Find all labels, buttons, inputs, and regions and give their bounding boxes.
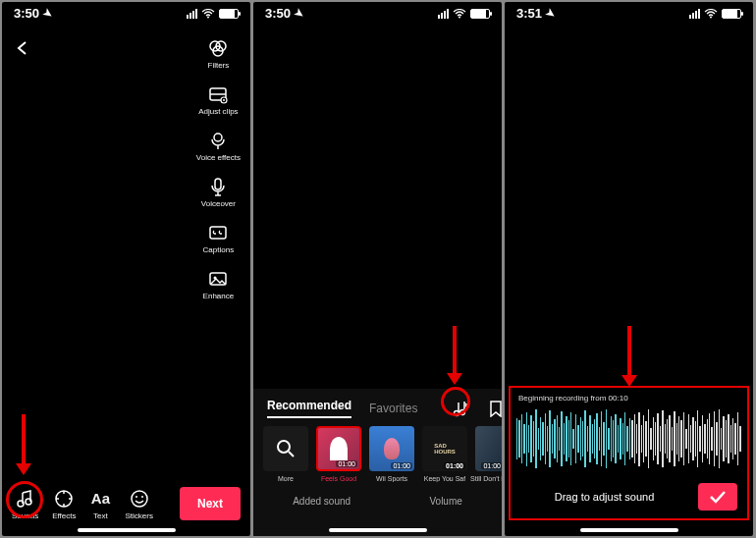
home-indicator [78,528,176,532]
location-icon: ➤ [292,6,306,22]
screen-sound-picker: 3:50➤ Recommended Favorites More 01:00 F… [253,2,502,536]
more-sounds-button[interactable]: More [263,426,308,482]
track-item[interactable]: SADHOURS01:00 Keep You Saf [422,426,467,482]
location-icon: ➤ [40,6,55,22]
track-item[interactable]: 01:00 Feels Good [316,426,361,482]
svg-rect-9 [210,227,226,239]
svg-point-15 [132,491,147,507]
annotation-arrow [16,414,31,475]
stickers-button[interactable]: Stickers [125,488,152,520]
svg-point-18 [459,16,460,18]
drag-hint: Drag to adjust sound [520,491,688,503]
highlight-sounds [6,481,43,518]
svg-point-22 [710,16,712,18]
adjust-clips-button[interactable]: Adjust clips [198,83,238,116]
signal-icon [187,9,197,19]
clock: 3:50 [265,6,291,21]
screen-trim-sound: 3:51➤ Beginning recording from 00:10 Dra… [505,2,753,536]
enhance-button[interactable]: Enhance [203,268,235,300]
back-button[interactable] [16,41,29,55]
tab-favorites[interactable]: Favorites [369,402,417,415]
status-bar: 3:50➤ [253,2,502,21]
status-bar: 3:50➤ [2,2,250,21]
wifi-icon [453,9,466,19]
track-item[interactable]: 01:00 Still Don't Kn [475,426,502,482]
signal-icon [689,9,700,19]
svg-point-7 [214,134,222,141]
home-indicator [580,528,678,532]
battery-icon [470,9,490,19]
clock: 3:51 [516,6,542,21]
filters-icon [207,37,229,59]
voiceover-button[interactable]: Voiceover [201,176,236,208]
next-button[interactable]: Next [180,487,241,520]
highlight-trim [441,387,470,416]
volume-tab[interactable]: Volume [429,496,461,507]
status-bar: 3:51➤ [505,2,753,21]
trim-panel: Beginning recording from 00:10 Drag to a… [509,386,749,520]
effects-button[interactable]: Effects [52,488,76,520]
battery-icon [722,9,741,19]
svg-point-16 [135,496,137,498]
effects-icon [53,488,75,510]
clock: 3:50 [14,6,39,21]
signal-icon [438,9,449,19]
enhance-icon [207,268,229,290]
stickers-icon [129,488,150,510]
svg-point-0 [207,16,209,18]
filters-button[interactable]: Filters [207,37,229,70]
captions-icon [207,222,229,243]
wifi-icon [201,9,215,19]
text-button[interactable]: AaText [89,488,111,520]
bookmark-button[interactable] [488,399,504,418]
svg-point-17 [141,496,143,498]
voice-effects-button[interactable]: Voice effects [196,130,241,162]
track-item[interactable]: 01:00 Wii Sports [369,426,414,482]
adjust-clips-icon [207,83,229,105]
location-icon: ➤ [543,6,558,22]
voice-effects-icon [207,130,229,151]
recording-from-label: Beginning recording from 00:10 [518,394,743,403]
side-toolbar: Filters Adjust clips Voice effects Voice… [196,37,241,300]
battery-icon [219,9,239,19]
screen-editor: 3:50➤ Filters Adjust clips Voice effects… [2,2,250,536]
confirm-button[interactable] [698,483,737,511]
track-list: More 01:00 Feels Good 01:00 Wii Sports S… [253,426,502,482]
text-icon: Aa [89,488,111,510]
tab-recommended[interactable]: Recommended [267,399,351,418]
svg-point-21 [278,441,290,453]
home-indicator [329,528,427,532]
voiceover-icon [207,176,229,197]
waveform[interactable] [514,408,743,469]
annotation-arrow [447,326,462,385]
svg-rect-8 [215,179,221,189]
added-sound-tab[interactable]: Added sound [293,496,351,507]
wifi-icon [704,9,718,19]
annotation-arrow [621,326,637,387]
captions-button[interactable]: Captions [203,222,235,254]
